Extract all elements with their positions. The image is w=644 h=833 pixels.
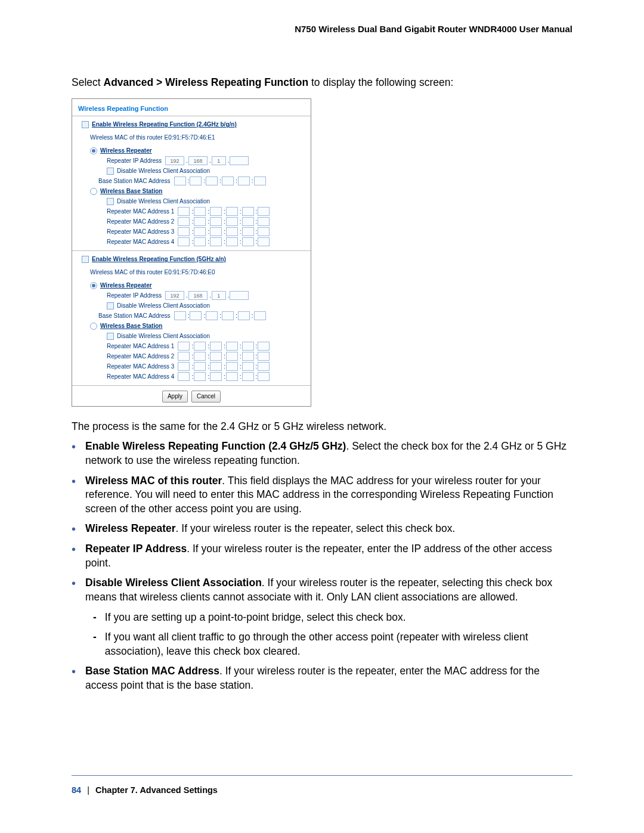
checkbox-icon[interactable]: [107, 198, 114, 205]
sub-item: - If you want all client traffic to go t…: [93, 630, 572, 658]
mac-field[interactable]: [194, 237, 206, 246]
mac-field[interactable]: [178, 217, 190, 226]
mac-field[interactable]: [242, 342, 254, 351]
fig-rep-mac2-5: Repeater MAC Address 2: [107, 353, 174, 360]
sub-text: If you want all client traffic to go thr…: [105, 630, 572, 658]
mac-field[interactable]: [210, 342, 222, 351]
mac-field[interactable]: [210, 237, 222, 246]
mac-field[interactable]: [222, 311, 234, 320]
fig-wireless-repeater: Wireless Repeater: [100, 147, 152, 154]
fig-repeater-ip: Repeater IP Address: [107, 157, 162, 164]
mac-field[interactable]: [258, 227, 270, 236]
checkbox-icon[interactable]: [82, 256, 89, 263]
mac-field[interactable]: [178, 237, 190, 246]
mac-field[interactable]: [210, 217, 222, 226]
radio-icon[interactable]: [90, 282, 97, 289]
ip-octet-3[interactable]: 1: [212, 291, 226, 300]
ip-octet-2[interactable]: 168: [188, 291, 208, 300]
mac-field[interactable]: [226, 227, 238, 236]
intro-path: Advanced > Wireless Repeating Function: [104, 76, 309, 88]
mac-field[interactable]: [238, 311, 250, 320]
mac-field[interactable]: [226, 237, 238, 246]
fig-rep-mac3: Repeater MAC Address 3: [107, 228, 174, 235]
mac-field[interactable]: [226, 372, 238, 381]
checkbox-icon[interactable]: [107, 302, 114, 309]
bullet-bold: Repeater IP Address: [85, 543, 187, 555]
mac-field[interactable]: [194, 362, 206, 371]
fig-rep-mac3-5: Repeater MAC Address 3: [107, 363, 174, 370]
ip-octet-1[interactable]: 192: [165, 291, 184, 300]
mac-field[interactable]: [210, 207, 222, 216]
mac-field[interactable]: [226, 362, 238, 371]
mac-field[interactable]: [242, 352, 254, 361]
bullet-icon: •: [72, 665, 76, 692]
mac-field[interactable]: [242, 207, 254, 216]
mac-field[interactable]: [194, 227, 206, 236]
bullet-bold: Wireless Repeater: [85, 522, 176, 534]
mac-field[interactable]: [242, 372, 254, 381]
checkbox-icon[interactable]: [82, 121, 89, 128]
mac-field[interactable]: [258, 342, 270, 351]
mac-field[interactable]: [178, 362, 190, 371]
mac-field[interactable]: [174, 176, 186, 185]
bullet-list-2: • Base Station MAC Address. If your wire…: [72, 664, 572, 692]
mac-field[interactable]: [194, 217, 206, 226]
radio-icon[interactable]: [90, 188, 97, 195]
mac-field[interactable]: [194, 352, 206, 361]
mac-field[interactable]: [178, 227, 190, 236]
mac-field[interactable]: [194, 372, 206, 381]
fig-rep-mac4-5: Repeater MAC Address 4: [107, 373, 174, 380]
screenshot-figure: Wireless Repeating Function Enable Wirel…: [72, 98, 311, 407]
cancel-button[interactable]: Cancel: [191, 391, 221, 402]
mac-field[interactable]: [242, 227, 254, 236]
mac-field[interactable]: [242, 217, 254, 226]
mac-field[interactable]: [226, 342, 238, 351]
mac-field[interactable]: [206, 176, 218, 185]
mac-field[interactable]: [258, 207, 270, 216]
mac-field[interactable]: [258, 372, 270, 381]
mac-field[interactable]: [242, 362, 254, 371]
mac-field[interactable]: [194, 207, 206, 216]
mac-field[interactable]: [210, 372, 222, 381]
mac-field[interactable]: [258, 362, 270, 371]
mac-field[interactable]: [210, 362, 222, 371]
page-header: N750 Wireless Dual Band Gigabit Router W…: [72, 24, 572, 34]
mac-field[interactable]: [254, 176, 266, 185]
mac-field[interactable]: [238, 176, 250, 185]
mac-field[interactable]: [178, 352, 190, 361]
ip-octet-4[interactable]: [230, 156, 249, 165]
fig-rep-mac4: Repeater MAC Address 4: [107, 239, 174, 245]
mac-field[interactable]: [190, 176, 202, 185]
mac-field[interactable]: [226, 217, 238, 226]
bullet-icon: •: [72, 577, 76, 604]
mac-field[interactable]: [174, 311, 186, 320]
mac-field[interactable]: [178, 207, 190, 216]
mac-field[interactable]: [242, 237, 254, 246]
mac-field[interactable]: [226, 352, 238, 361]
ip-octet-3[interactable]: 1: [212, 156, 226, 165]
mac-field[interactable]: [190, 311, 202, 320]
fig-enable-24: Enable Wireless Repeating Function (2.4G…: [92, 121, 237, 128]
mac-field[interactable]: [194, 342, 206, 351]
mac-field[interactable]: [258, 352, 270, 361]
mac-field[interactable]: [226, 207, 238, 216]
apply-button[interactable]: Apply: [162, 391, 188, 402]
bullet-bold: Enable Wireless Repeating Function (2.4 …: [85, 440, 346, 452]
checkbox-icon[interactable]: [107, 333, 114, 340]
mac-field[interactable]: [210, 352, 222, 361]
mac-field[interactable]: [222, 176, 234, 185]
mac-field[interactable]: [210, 227, 222, 236]
mac-field[interactable]: [254, 311, 266, 320]
mac-field[interactable]: [206, 311, 218, 320]
mac-field[interactable]: [258, 237, 270, 246]
radio-icon[interactable]: [90, 323, 97, 330]
mac-field[interactable]: [178, 372, 190, 381]
radio-icon[interactable]: [90, 147, 97, 154]
ip-octet-4[interactable]: [230, 291, 249, 300]
mac-field[interactable]: [178, 342, 190, 351]
ip-octet-2[interactable]: 168: [188, 156, 208, 165]
mac-field[interactable]: [258, 217, 270, 226]
bullet-list: • Enable Wireless Repeating Function (2.…: [72, 439, 572, 604]
checkbox-icon[interactable]: [107, 168, 114, 175]
ip-octet-1[interactable]: 192: [165, 156, 184, 165]
